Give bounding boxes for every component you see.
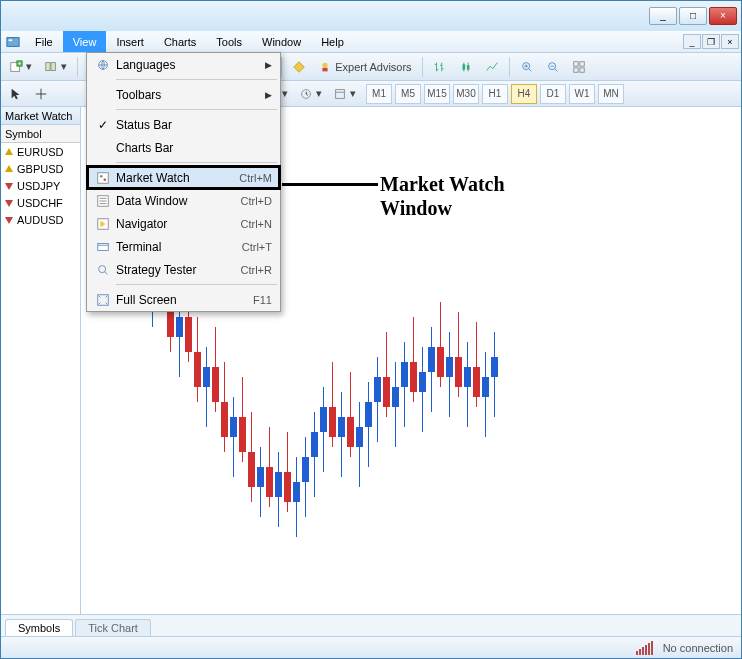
arrange-button[interactable] [568, 56, 590, 78]
window-minimize-button[interactable]: _ [649, 7, 677, 25]
svg-marker-32 [5, 217, 13, 224]
svg-rect-0 [7, 37, 19, 46]
menu-help[interactable]: Help [311, 31, 354, 52]
periods-button[interactable]: ▾ [295, 83, 326, 105]
menu-insert[interactable]: Insert [106, 31, 154, 52]
window-close-button[interactable]: × [709, 7, 737, 25]
globe-icon [90, 58, 116, 72]
menu-view[interactable]: View [63, 31, 107, 52]
arrow-down-icon [4, 215, 14, 225]
submenu-arrow-icon: ▶ [265, 90, 272, 100]
tf-w1[interactable]: W1 [569, 84, 595, 104]
connection-bars-icon [636, 641, 653, 655]
arrow-down-icon [4, 198, 14, 208]
menu-navigator[interactable]: Navigator Ctrl+N [87, 212, 280, 235]
fullscreen-icon [90, 293, 116, 307]
mdi-close-button[interactable]: × [721, 34, 739, 49]
connection-status: No connection [663, 642, 733, 654]
tf-m15[interactable]: M15 [424, 84, 450, 104]
menu-toolbars[interactable]: Toolbars ▶ [87, 83, 280, 106]
mdi-minimize-button[interactable]: _ [683, 34, 701, 49]
new-chart-button[interactable]: +▾ [5, 56, 36, 78]
crosshair-button[interactable] [30, 83, 52, 105]
symbol-name: USDCHF [17, 197, 63, 209]
market-watch-icon [90, 171, 116, 185]
tf-m30[interactable]: M30 [453, 84, 479, 104]
zoom-out-button[interactable] [542, 56, 564, 78]
app-icon [1, 31, 25, 52]
market-watch-col-symbol[interactable]: Symbol [1, 125, 80, 143]
menu-charts-bar[interactable]: Charts Bar [87, 136, 280, 159]
window-maximize-button[interactable]: □ [679, 7, 707, 25]
svg-marker-29 [5, 165, 13, 172]
arrow-up-icon [4, 164, 14, 174]
svg-rect-24 [579, 67, 583, 71]
menu-strategy-tester[interactable]: Strategy Tester Ctrl+R [87, 258, 280, 281]
svg-rect-21 [573, 61, 577, 65]
svg-marker-31 [5, 200, 13, 207]
menu-market-watch[interactable]: Market Watch Ctrl+M [87, 166, 280, 189]
svg-rect-23 [573, 67, 577, 71]
navigator-icon [90, 217, 116, 231]
symbol-name: AUDUSD [17, 214, 63, 226]
terminal-icon [90, 240, 116, 254]
chart-line-button[interactable] [481, 56, 503, 78]
svg-rect-39 [98, 243, 109, 250]
mdi-restore-button[interactable]: ❐ [702, 34, 720, 49]
tf-h1[interactable]: H1 [482, 84, 508, 104]
menu-full-screen[interactable]: Full Screen F11 [87, 288, 280, 311]
svg-rect-16 [323, 67, 328, 71]
menu-file[interactable]: File [25, 31, 63, 52]
arrow-up-icon [4, 147, 14, 157]
expert-advisors-button[interactable]: Expert Advisors [314, 56, 415, 78]
svg-rect-1 [9, 39, 13, 41]
chart-bar-button[interactable] [429, 56, 451, 78]
menu-charts[interactable]: Charts [154, 31, 206, 52]
statusbar: No connection [1, 636, 741, 658]
submenu-arrow-icon: ▶ [265, 60, 272, 70]
menu-data-window[interactable]: Data Window Ctrl+D [87, 189, 280, 212]
tf-h4[interactable]: H4 [511, 84, 537, 104]
tf-m5[interactable]: M5 [395, 84, 421, 104]
menu-tools[interactable]: Tools [206, 31, 252, 52]
tf-d1[interactable]: D1 [540, 84, 566, 104]
symbol-row[interactable]: AUDUSD [1, 211, 80, 228]
svg-rect-34 [98, 172, 109, 183]
data-window-icon [90, 194, 116, 208]
menu-window[interactable]: Window [252, 31, 311, 52]
symbol-name: USDJPY [17, 180, 60, 192]
symbol-row[interactable]: USDJPY [1, 177, 80, 194]
zoom-in-button[interactable] [516, 56, 538, 78]
menu-languages[interactable]: Languages ▶ [87, 53, 280, 76]
tf-mn[interactable]: MN [598, 84, 624, 104]
svg-rect-5 [46, 62, 50, 70]
templates-button[interactable]: ▾ [329, 83, 360, 105]
menu-terminal[interactable]: Terminal Ctrl+T [87, 235, 280, 258]
menu-status-bar[interactable]: ✓ Status Bar [87, 113, 280, 136]
symbol-row[interactable]: USDCHF [1, 194, 80, 211]
symbol-row[interactable]: GBPUSD [1, 160, 80, 177]
expert-advisors-label: Expert Advisors [335, 61, 411, 73]
svg-rect-22 [579, 61, 583, 65]
svg-marker-28 [5, 148, 13, 155]
view-dropdown: Languages ▶ Toolbars ▶ ✓ Status Bar Char… [86, 52, 281, 312]
metaquotes-button[interactable] [288, 56, 310, 78]
magnifier-icon [90, 263, 116, 277]
market-watch-title: Market Watch [1, 107, 80, 125]
tab-tick-chart[interactable]: Tick Chart [75, 619, 151, 636]
svg-point-35 [100, 174, 103, 177]
tf-m1[interactable]: M1 [366, 84, 392, 104]
profiles-button[interactable]: ▾ [40, 56, 71, 78]
svg-marker-14 [294, 61, 305, 72]
mdi-controls: _ ❐ × [683, 31, 741, 52]
titlebar: _ □ × [1, 1, 741, 31]
svg-rect-6 [51, 62, 55, 70]
chart-candle-button[interactable] [455, 56, 477, 78]
market-watch-panel: Market Watch Symbol EURUSDGBPUSDUSDJPYUS… [1, 107, 81, 614]
cursor-button[interactable] [5, 83, 27, 105]
tab-symbols[interactable]: Symbols [5, 619, 73, 636]
arrow-down-icon [4, 181, 14, 191]
svg-text:+: + [18, 60, 22, 66]
svg-point-15 [323, 62, 328, 67]
symbol-row[interactable]: EURUSD [1, 143, 80, 160]
